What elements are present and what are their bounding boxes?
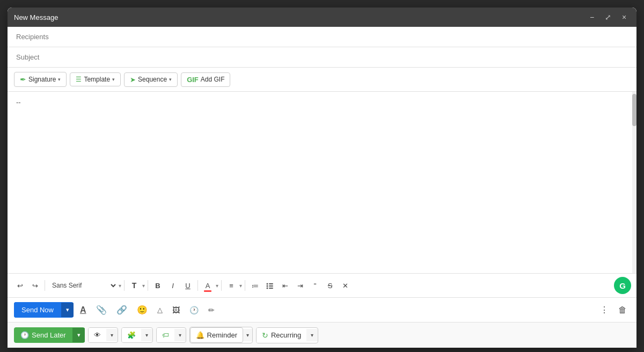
resize-button[interactable]: ⤢ (602, 11, 614, 23)
signature-label: Signature (28, 76, 56, 83)
compose-toolbar: ✒ Signature ▾ ☰ Template ▾ ➤ Sequence ▾ … (8, 68, 636, 92)
subject-label: Subject (16, 53, 48, 61)
italic-button[interactable]: I (166, 278, 180, 293)
title-bar-actions: − ⤢ × (586, 11, 630, 23)
font-family-select[interactable]: Sans Serif Arial Times New Roman (48, 280, 118, 291)
reminder-wrap[interactable]: 🔔 Reminder ▾ (189, 327, 253, 343)
list-icon (266, 282, 274, 289)
separator-6 (245, 280, 245, 291)
close-button[interactable]: × (618, 11, 630, 23)
recipients-input[interactable] (49, 33, 628, 41)
recipients-row: Recipients (8, 27, 636, 47)
recurring-button[interactable]: ↻ Recurring (257, 328, 306, 343)
tracking-main[interactable]: 👁 (89, 328, 106, 342)
grammarly-button[interactable]: G (614, 277, 631, 294)
bottom-toolbar: 🕐 Send Later ▾ 👁 ▾ 🧩 ▾ 🏷 ▾ (8, 322, 636, 348)
recurring-icon: ↻ (262, 331, 268, 340)
emoji-button[interactable]: 🙂 (134, 302, 151, 318)
svg-point-2 (267, 285, 268, 287)
eyedropper-button[interactable]: ✏ (205, 303, 218, 317)
add-gif-label: Add GIF (201, 76, 225, 83)
template-chevron: ▾ (112, 77, 115, 82)
reminder-label: Reminder (207, 331, 237, 339)
bold-button[interactable]: B (151, 278, 165, 293)
sequence-button[interactable]: ➤ Sequence ▾ (124, 72, 178, 87)
template-button[interactable]: ☰ Template ▾ (70, 72, 121, 86)
send-now-button[interactable]: Send Now ▾ (14, 302, 74, 318)
font-size-button[interactable]: T (127, 278, 141, 293)
separator-2 (124, 280, 125, 291)
reminder-dropdown[interactable]: ▾ (243, 329, 252, 341)
attachment-button[interactable]: 📎 (93, 302, 110, 318)
more-options-button[interactable]: ⋮ (597, 302, 612, 318)
separator-3 (148, 280, 148, 291)
template-split-button[interactable]: 🧩 ▾ (121, 327, 153, 343)
recurring-label: Recurring (271, 331, 301, 339)
quote-button[interactable]: " (308, 278, 322, 293)
puzzle-icon: 🧩 (127, 331, 136, 339)
indent-increase-button[interactable]: ⇥ (293, 278, 307, 293)
recurring-dropdown[interactable]: ▾ (306, 329, 318, 341)
send-later-dropdown[interactable]: ▾ (72, 328, 85, 342)
bell-icon: 🔔 (196, 331, 204, 339)
clear-format-button[interactable]: ✕ (338, 278, 352, 293)
label-split-main[interactable]: 🏷 (157, 328, 174, 342)
tracking-arrow[interactable]: ▾ (106, 329, 118, 341)
scrollbar-thumb[interactable] (632, 94, 636, 126)
signature-icon: ✒ (20, 75, 26, 84)
tracking-button[interactable]: 👁 ▾ (88, 327, 118, 343)
compose-body[interactable]: -- (8, 92, 636, 273)
action-toolbar: Send Now ▾ A 📎 🔗 🙂 △ 🖼 🕐 ✏ ⋮ 🗑 (8, 297, 636, 322)
template-label: Template (84, 76, 110, 83)
template-icon: ☰ (76, 76, 82, 83)
add-gif-button[interactable]: GIF Add GIF (181, 72, 230, 87)
title-bar: New Message − ⤢ × (8, 8, 636, 27)
format-toolbar: ↩ ↪ Sans Serif Arial Times New Roman ▾ T… (8, 273, 636, 297)
tracking-icon: 👁 (94, 331, 101, 339)
link-button[interactable]: 🔗 (113, 302, 130, 318)
underline-button[interactable]: U (181, 278, 195, 293)
signature-chevron: ▾ (58, 77, 61, 82)
send-later-main: 🕐 Send Later (14, 327, 72, 343)
text-color-button[interactable]: A (201, 278, 215, 293)
label-split-button[interactable]: 🏷 ▾ (156, 327, 186, 343)
label-split-arrow[interactable]: ▾ (174, 329, 186, 341)
separator-1 (45, 280, 45, 291)
signature-button[interactable]: ✒ Signature ▾ (14, 72, 67, 87)
sequence-icon: ➤ (130, 76, 136, 84)
text-format-button[interactable]: A (77, 303, 90, 318)
window-title: New Message (14, 13, 58, 21)
schedule-button[interactable]: 🕐 (186, 303, 202, 317)
sequence-label: Sequence (138, 76, 167, 83)
template-split-arrow[interactable]: ▾ (141, 329, 152, 341)
shapes-button[interactable]: △ (154, 303, 166, 317)
separator-5 (221, 280, 222, 291)
unordered-list-button[interactable] (263, 278, 277, 293)
subject-input[interactable] (48, 53, 628, 61)
align-button[interactable]: ≡ (224, 278, 238, 293)
delete-button[interactable]: 🗑 (615, 303, 630, 318)
svg-point-0 (267, 283, 268, 285)
recipients-label: Recipients (16, 33, 49, 41)
separator-4 (197, 280, 198, 291)
image-button[interactable]: 🖼 (169, 303, 183, 317)
reminder-button[interactable]: 🔔 Reminder (190, 327, 243, 343)
svg-rect-1 (269, 283, 273, 284)
redo-button[interactable]: ↪ (28, 278, 42, 293)
template-split-main[interactable]: 🧩 (122, 328, 141, 342)
send-now-label: Send Now (14, 302, 61, 318)
undo-button[interactable]: ↩ (13, 278, 27, 293)
indent-decrease-button[interactable]: ⇤ (278, 278, 292, 293)
minimize-button[interactable]: − (586, 11, 598, 23)
clock-icon: 🕐 (20, 331, 29, 339)
sequence-chevron: ▾ (169, 77, 172, 82)
ordered-list-button[interactable]: ≔ (248, 278, 262, 293)
recurring-wrap[interactable]: ↻ Recurring ▾ (256, 327, 318, 343)
svg-rect-5 (269, 288, 273, 289)
strikethrough-button[interactable]: S (323, 278, 337, 293)
subject-row: Subject (8, 47, 636, 68)
send-later-label: Send Later (32, 331, 66, 339)
send-now-dropdown[interactable]: ▾ (61, 303, 74, 317)
font-size-arrow: ▾ (142, 283, 145, 289)
send-later-button[interactable]: 🕐 Send Later ▾ (14, 327, 85, 343)
